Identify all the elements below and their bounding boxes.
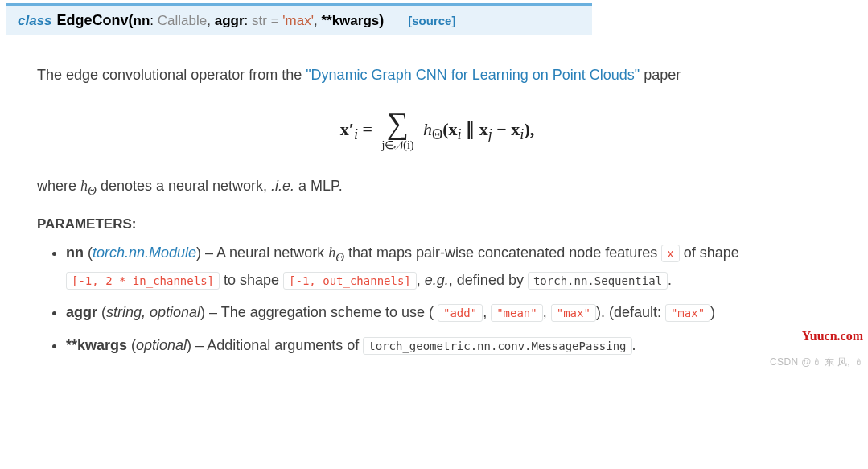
param-nn-desc4: to shape <box>220 272 283 288</box>
param-kwargs: **kwargs <box>321 13 379 29</box>
param-ann: Callable <box>158 13 207 28</box>
intro-paragraph: The edge convolutional operator from the… <box>37 64 837 87</box>
formula-eq: = <box>363 119 377 139</box>
code-sequential: torch.nn.Sequential <box>528 272 668 290</box>
param-aggr-sep1: , <box>483 304 491 320</box>
formula-concat: ∥ x <box>462 119 488 139</box>
param-aggr-close: ) – <box>200 304 221 320</box>
source-link[interactable]: [source] <box>408 14 455 27</box>
param-item-aggr: aggr (string, optional) – The aggregatio… <box>66 300 837 325</box>
param-aggr-desc3: ) <box>710 304 715 320</box>
sigma-symbol: ∑ <box>387 108 409 138</box>
parameters-list: nn (torch.nn.Module) – A neural network … <box>37 241 837 358</box>
code-max: "max" <box>551 304 596 322</box>
param-eq: = <box>271 13 279 28</box>
param-aggr-sep2: , <box>543 304 551 320</box>
param-kwargs-open: ( <box>127 337 136 353</box>
code-x: x <box>661 245 679 262</box>
param-nn-desc2: that maps pair-wise concatenated node fe… <box>344 245 661 261</box>
watermark-csdn: CSDN @🕯 东 风, 🕯 <box>770 356 863 369</box>
param-kwargs-desc1: Additional arguments of <box>207 337 363 353</box>
param-nn-eg: e.g. <box>425 272 449 288</box>
formula-lhs-sub: i <box>354 126 358 142</box>
param-nn-close: ) – <box>196 245 216 261</box>
watermark-yuucn: Yuucn.com <box>802 329 863 344</box>
param-aggr-type: string <box>106 304 142 320</box>
param-kwargs-name: **kwargs <box>66 337 127 353</box>
param-item-kwargs: **kwargs (optional) – Additional argumen… <box>66 333 837 358</box>
param-stars: ** <box>321 13 331 28</box>
param-kwargs-opt: optional <box>136 337 187 353</box>
code-add: "add" <box>438 304 483 322</box>
param-aggr-desc1: The aggregation scheme to use ( <box>221 304 434 320</box>
formula-minus: − x <box>492 119 520 139</box>
where-paragraph: where hΘ denotes a neural network, .i.e.… <box>37 175 837 200</box>
param-sep: , <box>314 13 318 28</box>
formula-h: h <box>423 119 432 139</box>
param-nn: nn: Callable, <box>134 13 211 29</box>
intro-before: The edge convolutional operator from the <box>37 67 306 83</box>
where-after2: a MLP. <box>294 178 343 194</box>
formula-close: ), <box>524 119 534 139</box>
param-nn-desc5: , <box>417 272 425 288</box>
param-default: 'max' <box>282 13 314 28</box>
param-nn-name: nn <box>66 245 84 261</box>
param-aggr-sep: , <box>142 304 150 320</box>
keyword-class: class <box>18 13 52 29</box>
param-item-nn: nn (torch.nn.Module) – A neural network … <box>66 241 837 293</box>
close-paren: ) <box>379 12 384 29</box>
param-aggr-name: aggr <box>66 304 97 320</box>
param-nn-open: ( <box>84 245 93 261</box>
param-aggr: aggr: str = 'max', <box>215 13 318 29</box>
param-colon: : <box>245 13 249 28</box>
where-theta: Θ <box>88 183 97 196</box>
param-name: kwargs <box>332 13 380 28</box>
param-aggr-opt: optional <box>150 304 200 320</box>
param-nn-h: h <box>328 245 335 261</box>
sum-operator: ∑ j∈𝒩(i) <box>381 108 413 154</box>
code-mean: "mean" <box>491 304 543 322</box>
code-default-max: "max" <box>665 304 710 322</box>
formula-lhs: x′ <box>340 119 354 139</box>
param-name: aggr <box>215 13 245 28</box>
param-nn-desc1: A neural network <box>216 245 328 261</box>
param-nn-desc7: . <box>668 272 672 288</box>
where-ie: .i.e. <box>271 178 294 194</box>
where-after1: denotes a neural network, <box>97 178 271 194</box>
code-shape2: [-1, out_channels] <box>283 272 417 290</box>
param-ann: str <box>252 13 267 28</box>
where-before: where <box>37 178 80 194</box>
param-nn-desc6: , defined by <box>449 272 528 288</box>
param-aggr-open: ( <box>97 304 106 320</box>
param-nn-desc3: of shape <box>680 245 739 261</box>
param-nn-theta: Θ <box>335 250 344 263</box>
param-sep: , <box>207 13 211 28</box>
code-message-passing: torch_geometric.nn.conv.MessagePassing <box>363 337 631 355</box>
paper-link[interactable]: "Dynamic Graph CNN for Learning on Point… <box>306 67 640 83</box>
param-aggr-desc2: ). (default: <box>596 304 665 320</box>
code-shape1: [-1, 2 * in_channels] <box>66 272 220 290</box>
param-name: nn <box>134 13 150 28</box>
class-signature: class EdgeConv ( nn: Callable, aggr: str… <box>6 3 592 35</box>
param-kwargs-close: ) – <box>187 337 207 353</box>
intro-after: paper <box>640 67 681 83</box>
parameters-heading: PARAMETERS: <box>37 214 837 235</box>
sum-subscript: j∈𝒩(i) <box>381 137 413 154</box>
class-name: EdgeConv <box>57 12 129 29</box>
param-kwargs-desc2: . <box>632 337 636 353</box>
formula-args-open: (x <box>442 119 457 139</box>
where-h: h <box>80 178 88 194</box>
param-colon: : <box>150 13 154 28</box>
formula-theta: Θ <box>432 126 442 142</box>
math-formula: x′i = ∑ j∈𝒩(i) hΘ(xi ∥ xj − xi), <box>37 108 837 154</box>
param-nn-type-link[interactable]: torch.nn.Module <box>93 245 196 261</box>
